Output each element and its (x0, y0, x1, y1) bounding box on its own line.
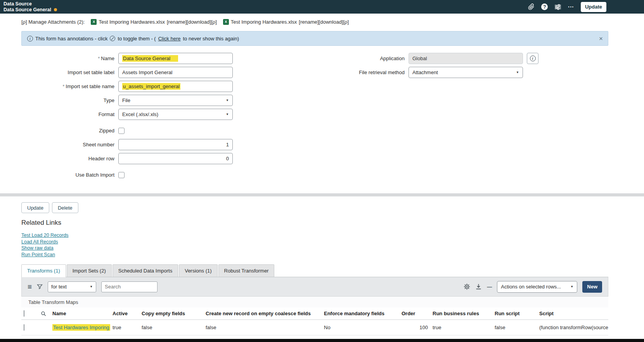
application-readonly-field: Global (409, 53, 523, 64)
field-label-application: Application (233, 56, 409, 61)
chevron-down-icon: ▼ (226, 113, 229, 116)
attachment-file-name[interactable]: Test Imporing Hardwares.xlsx (231, 19, 297, 25)
column-header-enforce-mandatory[interactable]: Enforce mandatory fields (322, 307, 399, 320)
column-header-copy-empty-fields[interactable]: Copy empty fields (139, 307, 203, 320)
zipped-checkbox[interactable] (118, 128, 125, 134)
search-icon[interactable] (39, 311, 48, 316)
manage-attachments-link[interactable]: [ρ] Manage Attachments (2): (21, 19, 85, 25)
cell-run-business-rules: true (430, 320, 492, 335)
related-link-show-raw-data[interactable]: Show raw data (21, 245, 608, 252)
attachment-file-actions[interactable]: [rename][download][ρ] (167, 19, 217, 25)
tab-robust-transformer[interactable]: Robust Transformer (218, 264, 275, 277)
field-label-name: *Name (21, 56, 118, 61)
table-header-row: Name Active Copy empty fields Create new… (21, 307, 608, 320)
banner-text-middle: to toggle them - ( (118, 36, 156, 42)
download-icon[interactable] (475, 283, 482, 290)
header-row-input[interactable]: 0 (118, 153, 233, 164)
update-button[interactable]: Update (21, 202, 49, 213)
file-retrieval-method-select[interactable]: Attachment▼ (409, 67, 523, 78)
name-value-highlighted: Data Source General (122, 55, 178, 62)
field-label-type: Type (21, 97, 118, 103)
list-toolbar: ≡ for text ▼ — Actions on selected rows.… (21, 277, 608, 297)
attachment-file-actions[interactable]: [rename][download][ρ] (299, 19, 349, 25)
related-link-load-all[interactable]: Load All Records (21, 239, 608, 245)
record-type: Data Source (3, 1, 32, 7)
unsaved-indicator-dot (54, 8, 57, 11)
tab-scheduled-data-imports[interactable]: Scheduled Data Imports (113, 264, 178, 277)
column-header-name[interactable]: Name (50, 307, 110, 320)
toggle-annotations-icon[interactable] (110, 36, 115, 41)
column-header-run-business-rules[interactable]: Run business rules (430, 307, 492, 320)
transform-maps-table: Name Active Copy empty fields Create new… (21, 307, 608, 335)
chevron-down-icon: ▼ (90, 285, 93, 288)
cell-active: true (110, 320, 139, 335)
field-label-import-set-table-name: *Import set table name (21, 83, 118, 89)
sheet-number-input[interactable]: 1 (118, 139, 233, 150)
row-checkbox[interactable] (24, 324, 24, 331)
name-input[interactable]: Data Source General (118, 53, 233, 64)
format-select[interactable]: Excel (.xlsx/.xls)▼ (118, 109, 233, 120)
never-show-again-link[interactable]: Click here (158, 36, 181, 42)
record-title-block: Data Source Data Source General (3, 1, 57, 13)
related-link-run-point-scan[interactable]: Run Point Scan (21, 252, 608, 258)
attachments-bar: [ρ] Manage Attachments (2): Test Imporin… (21, 17, 608, 26)
section-divider (0, 193, 644, 196)
list-caption: Table Transform Maps (21, 297, 608, 307)
application-info-button[interactable]: i (527, 53, 538, 64)
list-search-input[interactable] (101, 281, 158, 292)
attachment-file-name[interactable]: Test Imporing Hardwares.xlsx (99, 19, 165, 25)
chevron-down-icon: ▼ (226, 99, 229, 102)
cell-run-script: false (492, 320, 537, 335)
column-header-run-script[interactable]: Run script (492, 307, 537, 320)
cell-script: (function transformRow(source. (537, 320, 608, 335)
required-marker: * (98, 56, 100, 61)
tab-versions[interactable]: Versions (1) (179, 264, 217, 277)
delete-button[interactable]: Delete (52, 202, 78, 213)
new-button[interactable]: New (582, 281, 602, 293)
record-title: Data Source General (3, 7, 51, 13)
header-update-button[interactable]: Update (581, 2, 606, 12)
column-header-script[interactable]: Script (537, 307, 608, 320)
type-select[interactable]: File▼ (118, 95, 233, 106)
related-links-list: Test Load 20 Records Load All Records Sh… (21, 232, 608, 258)
select-all-checkbox[interactable] (24, 310, 24, 317)
table-name-value-highlighted: u_assets_import_general (122, 83, 180, 90)
import-set-table-label-input[interactable]: Assets Import General (118, 67, 233, 78)
collapse-list-icon[interactable]: — (487, 284, 492, 290)
excel-file-icon (223, 19, 229, 25)
banner-text-after: to never show this again) (183, 36, 239, 42)
column-header-active[interactable]: Active (110, 307, 139, 320)
column-header-create-new-record[interactable]: Create new record on empty coalesce fiel… (203, 307, 322, 320)
attachment-file[interactable]: Test Imporing Hardwares.xlsx [rename][do… (91, 19, 216, 25)
field-label-import-set-table-label: Import set table label (21, 69, 118, 75)
gear-icon[interactable] (464, 283, 470, 290)
field-label-header-row: Header row (21, 156, 118, 161)
column-header-order[interactable]: Order (399, 307, 430, 320)
list-menu-icon[interactable]: ≡ (28, 283, 32, 290)
attachment-file[interactable]: Test Imporing Hardwares.xlsx [rename][do… (223, 19, 349, 25)
form-header: Data Source Data Source General ? ••• Up… (0, 0, 644, 14)
import-set-table-name-input[interactable]: u_assets_import_general (118, 81, 233, 92)
use-batch-import-checkbox[interactable] (118, 172, 125, 178)
actions-on-selected-rows-select[interactable]: Actions on selected rows... ▼ (497, 281, 577, 293)
table-row: Test Hardwares Imporing true false false… (21, 320, 608, 335)
more-options-icon[interactable]: ••• (568, 5, 574, 9)
field-label-use-batch-import: Use Batch Import (21, 172, 118, 178)
attachment-paperclip-icon[interactable] (528, 3, 535, 10)
cell-enforce-mandatory: No (322, 320, 399, 335)
help-icon[interactable]: ? (541, 3, 548, 10)
excel-file-icon (91, 19, 97, 25)
annotations-banner: i This form has annotations - click to t… (21, 31, 608, 46)
required-marker: * (62, 83, 64, 89)
field-label-sheet-number: Sheet number (21, 142, 118, 148)
search-type-select[interactable]: for text ▼ (48, 281, 96, 292)
filter-funnel-icon[interactable] (37, 284, 43, 290)
related-lists-tabs: Transforms (1) Import Sets (2) Scheduled… (21, 264, 608, 277)
tab-import-sets[interactable]: Import Sets (2) (67, 264, 112, 277)
close-icon[interactable]: × (599, 35, 603, 42)
tab-transforms[interactable]: Transforms (1) (21, 264, 66, 277)
field-label-format: Format (21, 111, 118, 117)
related-link-test-load-20[interactable]: Test Load 20 Records (21, 232, 608, 239)
personalize-form-sliders-icon[interactable] (554, 4, 561, 10)
transform-map-link[interactable]: Test Hardwares Imporing (52, 324, 110, 331)
